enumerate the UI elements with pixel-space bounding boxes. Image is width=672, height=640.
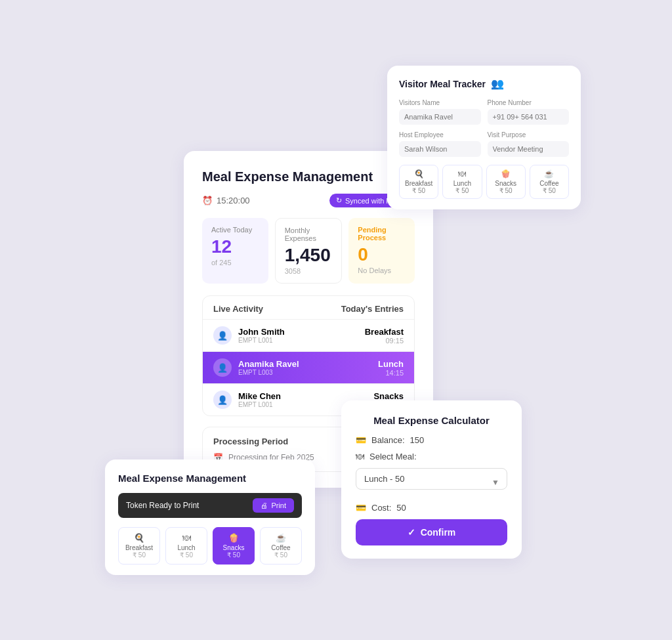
visitor-form-row-2: Host Employee Visit Purpose <box>399 131 569 157</box>
meal-info-anamika: Lunch 14:15 <box>378 359 404 377</box>
live-activity-section: Live Activity Today's Entries 👤 John Smi… <box>202 295 415 416</box>
snacks-price: ₹ 50 <box>227 551 240 559</box>
active-today-stat: Active Today 12 of 245 <box>202 218 268 284</box>
calculator-title: Meal Expense Calculator <box>356 415 507 426</box>
visitor-meal-lunch[interactable]: 🍽 Lunch ₹ 50 <box>442 165 482 199</box>
coffee-price: ₹ 50 <box>274 551 287 559</box>
meal-expense-calculator-card: Meal Expense Calculator 💳 Balance: 150 🍽… <box>341 400 522 559</box>
visitor-title-text: Visitor Meal Tracker <box>399 79 486 89</box>
cost-row: 💳 Cost: 50 <box>356 503 507 513</box>
avatar-mike: 👤 <box>213 391 232 409</box>
avatar-anamika: 👤 <box>213 358 232 377</box>
lunch-icon: 🍽 <box>169 533 204 543</box>
main-card-title: Meal Expense Management <box>202 169 415 184</box>
meal-type-john: Breakfast <box>365 327 404 337</box>
emp-info-mike: Mike Chen EMPT L001 <box>238 391 281 408</box>
snacks-label: Snacks <box>495 180 516 187</box>
visit-purpose-group: Visit Purpose <box>488 131 570 157</box>
emp-info-anamika: Anamika Ravel EMPT L003 <box>238 359 299 376</box>
snacks-price: ₹ 50 <box>499 187 513 194</box>
breakfast-label: Breakfast <box>405 180 432 187</box>
monthly-sub: 3058 <box>285 267 333 275</box>
bottom-card-title: Meal Expense Management <box>118 473 302 484</box>
sync-icon: ↻ <box>336 196 342 205</box>
printer-icon: 🖨 <box>261 501 268 509</box>
live-row-left-mike: 👤 Mike Chen EMPT L001 <box>213 391 281 409</box>
live-row-anamika: 👤 Anamika Ravel EMPT L003 Lunch 14:15 <box>203 351 414 383</box>
meal-icon: 🍽 <box>356 452 364 461</box>
cost-value: 50 <box>396 503 406 513</box>
visitors-name-input[interactable] <box>399 109 481 125</box>
check-icon: ✓ <box>408 527 415 538</box>
confirm-button[interactable]: ✓ Confirm <box>356 519 507 545</box>
lunch-price: ₹ 50 <box>455 187 469 194</box>
main-card-header: ⏰ 15:20:00 ↻ Synced with Payroll <box>202 194 415 207</box>
meal-time-anamika: 14:15 <box>378 369 404 377</box>
select-meal-row: 🍽 Select Meal: <box>356 452 507 461</box>
active-today-value: 12 <box>211 236 259 257</box>
active-today-sub: of 245 <box>211 259 259 267</box>
live-section-header: Live Activity Today's Entries <box>203 296 414 319</box>
bottom-meal-breakfast[interactable]: 🍳 Breakfast ₹ 50 <box>118 527 160 565</box>
emp-id-mike: EMPT L001 <box>238 401 281 408</box>
pending-value: 0 <box>358 244 406 265</box>
token-row: Token Ready to Print 🖨 Print <box>118 493 302 518</box>
pending-label: Pending Process <box>358 226 406 242</box>
emp-id-john: EMPT L001 <box>238 337 285 344</box>
lunch-label: Lunch <box>453 180 471 187</box>
visit-purpose-input[interactable] <box>488 141 570 157</box>
meal-select-wrapper: Lunch - 50 Breakfast - 50 Snacks - 50 Co… <box>356 468 507 496</box>
breakfast-label: Breakfast <box>125 544 153 551</box>
monthly-value: 1,450 <box>285 245 333 266</box>
host-employee-label: Host Employee <box>399 131 481 139</box>
visitor-meal-options: 🍳 Breakfast ₹ 50 🍽 Lunch ₹ 50 🍿 Snacks ₹… <box>399 165 569 199</box>
breakfast-price: ₹ 50 <box>133 551 146 559</box>
bottom-meal-snacks[interactable]: 🍿 Snacks ₹ 50 <box>213 527 255 565</box>
breakfast-icon: 🍳 <box>121 533 157 543</box>
snacks-icon: 🍿 <box>216 533 251 543</box>
visitor-meal-snacks[interactable]: 🍿 Snacks ₹ 50 <box>486 165 526 199</box>
meal-time-john: 09:15 <box>365 337 404 345</box>
emp-name-mike: Mike Chen <box>238 391 281 401</box>
stats-row: Active Today 12 of 245 Monthly Expenses … <box>202 218 415 284</box>
print-label: Print <box>271 501 286 509</box>
visitor-card-title: Visitor Meal Tracker 👥 <box>399 77 569 90</box>
snacks-icon: 🍿 <box>490 169 522 179</box>
avatar-john: 👤 <box>213 326 232 345</box>
todays-entries-col-label: Today's Entries <box>341 304 404 314</box>
meal-select[interactable]: Lunch - 50 Breakfast - 50 Snacks - 50 Co… <box>356 468 507 490</box>
breakfast-price: ₹ 50 <box>412 187 425 194</box>
live-row-left-john: 👤 John Smith EMPT L001 <box>213 326 285 345</box>
visitor-form-row-1: Visitors Name Phone Number <box>399 99 569 125</box>
live-row-left-anamika: 👤 Anamika Ravel EMPT L003 <box>213 358 299 377</box>
emp-name-john: John Smith <box>238 327 285 337</box>
print-button[interactable]: 🖨 Print <box>253 498 294 513</box>
phone-number-input[interactable] <box>488 109 570 125</box>
balance-value: 150 <box>410 435 425 445</box>
select-meal-label: Select Meal: <box>369 452 417 461</box>
host-employee-group: Host Employee <box>399 131 481 157</box>
visitor-icon: 👥 <box>491 77 504 90</box>
meal-type-anamika: Lunch <box>378 359 404 369</box>
visitors-name-group: Visitors Name <box>399 99 481 125</box>
pending-process-stat: Pending Process 0 No Delays <box>348 218 415 284</box>
lunch-icon: 🍽 <box>446 169 478 179</box>
meal-info-john: Breakfast 09:15 <box>365 327 404 345</box>
pending-sub: No Delays <box>358 267 406 274</box>
coffee-label: Coffee <box>271 544 290 551</box>
coffee-icon: ☕ <box>533 169 566 179</box>
lunch-price: ₹ 50 <box>180 551 193 559</box>
visitor-meal-coffee[interactable]: ☕ Coffee ₹ 50 <box>530 165 569 199</box>
confirm-label: Confirm <box>421 527 456 538</box>
visit-purpose-label: Visit Purpose <box>488 131 570 139</box>
visitor-meal-breakfast[interactable]: 🍳 Breakfast ₹ 50 <box>399 165 438 199</box>
live-activity-col-label: Live Activity <box>213 304 263 314</box>
bottom-meal-coffee[interactable]: ☕ Coffee ₹ 50 <box>260 527 302 565</box>
lunch-label: Lunch <box>177 544 195 551</box>
host-employee-input[interactable] <box>399 141 481 157</box>
bottom-meal-lunch[interactable]: 🍽 Lunch ₹ 50 <box>165 527 207 565</box>
balance-row: 💳 Balance: 150 <box>356 435 507 445</box>
cost-label: Cost: <box>371 503 391 513</box>
bottom-meal-options: 🍳 Breakfast ₹ 50 🍽 Lunch ₹ 50 🍿 Snacks ₹… <box>118 527 302 565</box>
monthly-label: Monthly Expenses <box>285 226 333 242</box>
